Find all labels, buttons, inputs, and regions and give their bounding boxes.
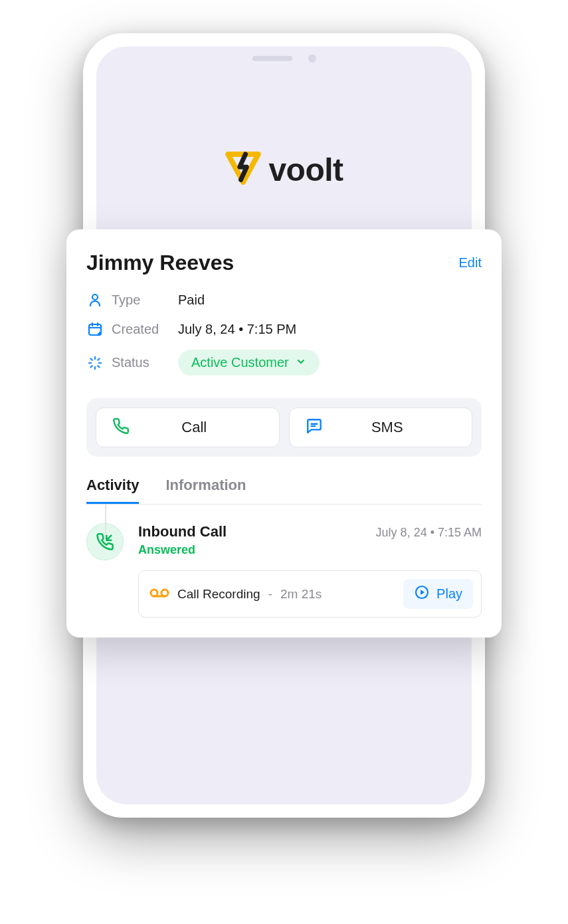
status-dropdown[interactable]: Active Customer <box>178 350 320 376</box>
recording-label: Call Recording <box>177 587 260 602</box>
customer-name: Jimmy Reeves <box>86 251 234 275</box>
brand-logo: voolt <box>96 150 472 189</box>
timeline-line <box>105 505 106 534</box>
voicemail-icon <box>149 586 169 602</box>
activity-status: Answered <box>138 543 482 557</box>
tab-information[interactable]: Information <box>165 477 246 504</box>
activity-title: Inbound Call <box>138 523 227 540</box>
row-type: Type Paid <box>86 291 482 308</box>
action-bar: Call SMS <box>86 398 482 457</box>
svg-point-0 <box>92 294 98 300</box>
tab-activity[interactable]: Activity <box>86 477 139 504</box>
status-label: Status <box>112 355 178 370</box>
play-circle-icon <box>414 584 430 604</box>
play-label: Play <box>436 586 462 602</box>
created-label: Created <box>112 322 178 337</box>
edit-button[interactable]: Edit <box>459 255 482 271</box>
row-created: Created July 8, 24 • 7:15 PM <box>86 320 482 338</box>
call-label: Call <box>126 419 263 436</box>
spinner-icon <box>86 354 104 372</box>
tabs: Activity Information <box>86 477 482 505</box>
activity-item: Inbound Call July 8, 24 • 7:15 AM Answer… <box>86 523 482 618</box>
chevron-down-icon <box>296 355 306 370</box>
front-camera <box>308 55 316 62</box>
customer-card: Jimmy Reeves Edit Type Paid Created July… <box>66 229 502 637</box>
speaker-slit <box>252 56 292 61</box>
created-value: July 8, 24 • 7:15 PM <box>178 322 296 337</box>
type-label: Type <box>112 292 178 308</box>
phone-notch <box>244 55 324 62</box>
recording-row: Call Recording - 2m 21s Play <box>138 570 482 618</box>
row-status: Status Active Customer <box>86 350 482 376</box>
play-button[interactable]: Play <box>403 579 473 609</box>
sms-button[interactable]: SMS <box>289 407 473 447</box>
person-icon <box>86 291 104 308</box>
recording-duration: 2m 21s <box>280 587 322 602</box>
status-value: Active Customer <box>191 355 289 370</box>
voolt-bolt-icon <box>225 150 262 189</box>
activity-time: July 8, 24 • 7:15 AM <box>376 526 482 540</box>
calendar-add-icon <box>86 320 104 338</box>
type-value: Paid <box>178 292 205 308</box>
sms-label: SMS <box>319 419 456 436</box>
brand-name: voolt <box>268 152 343 188</box>
recording-sep: - <box>268 587 272 602</box>
call-button[interactable]: Call <box>96 407 280 447</box>
